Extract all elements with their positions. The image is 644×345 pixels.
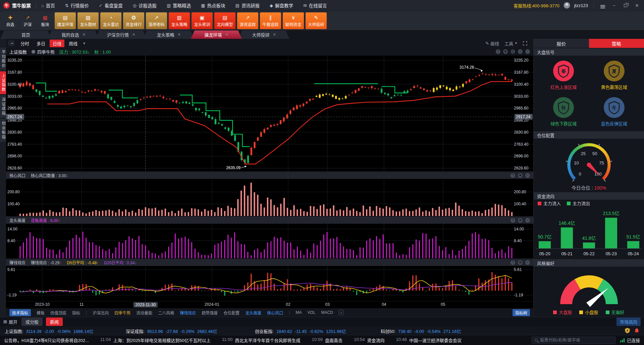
doc-tab-沪深京行情[interactable]: 沪深京行情✕ bbox=[96, 30, 147, 39]
toolbar-button-资金排行[interactable]: ❂资金排行 bbox=[123, 12, 144, 29]
collapse-panel-icon[interactable]: ⇥ bbox=[9, 41, 14, 46]
indicator-tree-button[interactable]: 指标树 bbox=[513, 309, 530, 316]
sidebar-item-上证指数[interactable]: 上证指数 bbox=[0, 71, 6, 94]
menu-item-热点板块[interactable]: ▦热点板块 bbox=[201, 2, 225, 9]
indicator-item-流动量能[interactable]: 流动量能 bbox=[136, 310, 152, 316]
bottom-tab-新闻[interactable]: 新闻 bbox=[46, 318, 63, 326]
close-tab-icon[interactable]: ✕ bbox=[177, 32, 180, 37]
indicator-item-赚钱效应[interactable]: 赚钱效应 bbox=[180, 310, 196, 316]
tab-strategy[interactable]: 策略 bbox=[589, 39, 644, 48]
dragon-height-chart[interactable]: 14.0014.008.408.40 bbox=[6, 224, 533, 259]
ticker-item[interactable]: 11:00西北太平洋今年首个台风即将生成 bbox=[222, 337, 301, 343]
menu-item-行情报价[interactable]: ⇅行情报价 bbox=[65, 2, 89, 9]
fullscreen-button[interactable] bbox=[523, 41, 527, 46]
search-input[interactable] bbox=[540, 338, 612, 343]
gear-icon[interactable]: ✱ bbox=[518, 218, 523, 223]
username-label[interactable]: jtzz123 bbox=[574, 3, 588, 8]
sidebar-item-创业板指[interactable]: 创业板指 bbox=[0, 119, 6, 142]
period-more-icon[interactable]: ▼ bbox=[83, 42, 86, 45]
ticker-item[interactable]: 10:59盘面直击 bbox=[312, 337, 342, 343]
close-tab-icon[interactable]: ✕ bbox=[273, 32, 276, 37]
gear-icon[interactable]: ✱ bbox=[503, 49, 508, 54]
doc-tab-我的自选[interactable]: 我的自选✕ bbox=[48, 30, 99, 39]
tab-quote[interactable]: 报价 bbox=[534, 39, 589, 48]
indicator-item-核心风口[interactable]: 核心风口 bbox=[267, 310, 283, 316]
indicator-item-模板[interactable]: 模板 bbox=[37, 310, 45, 316]
toolbar-button-龙头密训[interactable]: ▣龙头密训 bbox=[192, 12, 213, 29]
gear-icon[interactable]: ✱ bbox=[518, 173, 523, 178]
toolbar-button-擒龙环境[interactable]: ▤擒龙环境 bbox=[55, 12, 76, 29]
toolbar-button-龙头雷达[interactable]: ◔龙头雷达 bbox=[100, 12, 121, 29]
sub3-title[interactable]: 赚钱效应 bbox=[9, 260, 25, 265]
signal-红色上涨区域[interactable]: 春红色上涨区域 bbox=[550, 61, 577, 90]
zoom-in-icon[interactable]: + bbox=[518, 49, 523, 54]
indicator-item-四季牛熊[interactable]: 四季牛熊 bbox=[114, 310, 130, 316]
bottom-tab-成分股[interactable]: 成分股 bbox=[21, 318, 43, 326]
draw-line-button[interactable]: ✎画线 bbox=[485, 40, 499, 47]
sidebar-item-平均股价[interactable]: 平均股价 bbox=[0, 48, 6, 70]
stock-search[interactable] bbox=[532, 337, 615, 344]
sub2-title[interactable]: 龙头高度 bbox=[9, 217, 25, 223]
indicator-item-仓位配置[interactable]: 仓位配置 bbox=[223, 310, 239, 316]
gear-icon[interactable]: ✱ bbox=[518, 260, 523, 265]
sub1-title[interactable]: 核心风口 bbox=[9, 172, 25, 178]
ticker-item[interactable]: 11:04上海：到2025年绿电交易规模达到50亿千瓦时以上 bbox=[100, 337, 211, 343]
toolbar-button-牛散追踪[interactable]: ∥牛散追踪 bbox=[260, 12, 281, 29]
signal-黄色震荡区域[interactable]: 夏黄色震荡区域 bbox=[601, 61, 627, 90]
index-quote-深证成指[interactable]: 深证成指:9513.96-27.68-0.29%2682.46亿 bbox=[126, 328, 220, 334]
refresh-icon[interactable] bbox=[511, 49, 515, 54]
tools-button[interactable]: 工具▼ bbox=[504, 40, 518, 47]
toolbar-button-聪明资金[interactable]: ¥聪明资金 bbox=[283, 12, 304, 29]
close-button[interactable]: ✕ bbox=[633, 3, 641, 8]
index-quote-上证指数[interactable]: 上证指数:3114.39-2.00-0.06%1886.14亿 bbox=[5, 328, 96, 334]
indicator-item-MACD[interactable]: MACD bbox=[321, 310, 333, 315]
toolbar-button-游资追踪[interactable]: ↗游资追踪 bbox=[237, 12, 258, 29]
menu-item-看盘复盘[interactable]: ✓看盘复盘 bbox=[99, 2, 123, 9]
avatar[interactable] bbox=[564, 2, 570, 9]
bell-icon[interactable] bbox=[634, 328, 639, 334]
zoom-out-icon[interactable]: − bbox=[525, 49, 530, 54]
indicator-item-技术指标[interactable]: 技术指标 bbox=[9, 309, 31, 316]
indicator-item-MA[interactable]: MA bbox=[296, 310, 302, 315]
main-kline-chart[interactable]: 3235.203235.203167.803167.803100.403100.… bbox=[6, 56, 533, 171]
menu-item-解盘教学[interactable]: ◆解盘教学 bbox=[270, 2, 293, 9]
help-icon[interactable]: ? bbox=[496, 49, 500, 54]
menu-item-资讯研报[interactable]: ▤资讯研报 bbox=[235, 2, 260, 9]
ticker-item[interactable]: 公告称，H16富力4等6只公司债券将自202... bbox=[4, 337, 89, 343]
indicator-item-沪深北向[interactable]: 沪深北向 bbox=[93, 310, 109, 316]
period-tab-周线[interactable]: 周线 bbox=[66, 40, 80, 47]
toolbar-button-龙头策略[interactable]: ▥龙头策略 bbox=[169, 12, 190, 29]
help-icon[interactable]: ? bbox=[511, 173, 515, 178]
signal-绿色下跌区域[interactable]: 秋绿色下跌区域 bbox=[550, 97, 577, 127]
collapse-icon[interactable]: − bbox=[525, 173, 530, 178]
signal-蓝色反弹区域[interactable]: 冬蓝色反弹区域 bbox=[601, 97, 627, 127]
doc-tab-首页[interactable]: 首页 bbox=[0, 30, 51, 39]
close-tab-icon[interactable]: ✕ bbox=[82, 32, 85, 37]
menu-item-首页[interactable]: ⌂首页 bbox=[41, 2, 55, 9]
toolbar-button-北向模型[interactable]: ▤北向模型 bbox=[214, 12, 235, 29]
indicator-toggle[interactable]: 四季牛熊 bbox=[32, 49, 55, 55]
index-quote-科创50[interactable]: 科创50:738.40-4.00-0.54%271.16亿 bbox=[381, 328, 464, 334]
close-tab-icon[interactable]: ✕ bbox=[225, 32, 228, 37]
market-wind-button[interactable]: 市场风向 bbox=[616, 318, 641, 326]
doc-tab-擒龙环境[interactable]: 擒龙环境✕ bbox=[191, 30, 242, 39]
ticker-item[interactable]: 10:46中国—波兰经济联委会会议 bbox=[396, 337, 462, 343]
restore-button[interactable] bbox=[622, 3, 629, 8]
toolbar-button-大师投研[interactable]: ✎大师投研 bbox=[306, 12, 327, 29]
menu-item-策略精选[interactable]: ▥策略精选 bbox=[167, 2, 191, 9]
indicator-item-龙头高度[interactable]: 龙头高度 bbox=[245, 310, 261, 316]
expand-button[interactable]: ⊞展开 bbox=[3, 319, 17, 325]
toolbar-button-沪深[interactable]: ↗沪深 bbox=[20, 12, 36, 29]
indicator-item-估值顶底[interactable]: 估值顶底 bbox=[50, 310, 66, 316]
money-effect-chart[interactable]: 5.615.61-1.19-1.19 bbox=[6, 266, 533, 301]
close-tab-icon[interactable]: ✕ bbox=[132, 32, 135, 37]
symbol-label[interactable]: 上证指数 bbox=[9, 49, 27, 55]
collapse-icon[interactable]: − bbox=[525, 218, 530, 223]
core-windows-chart[interactable]: 200.80200.80100.40100.40 bbox=[6, 179, 533, 216]
index-quote-创业板指[interactable]: 创业板指:1840.62-11.45-0.62%1251.96亿 bbox=[255, 328, 349, 334]
indicator-item-VOL[interactable]: VOL bbox=[307, 310, 315, 315]
toolbar-button-涨停密码[interactable]: ↗涨停密码 bbox=[146, 12, 167, 29]
menu-list-icon[interactable] bbox=[599, 3, 606, 8]
help-icon[interactable]: ? bbox=[511, 218, 515, 223]
toolbar-button-板块[interactable]: ▦板块 bbox=[37, 12, 53, 29]
